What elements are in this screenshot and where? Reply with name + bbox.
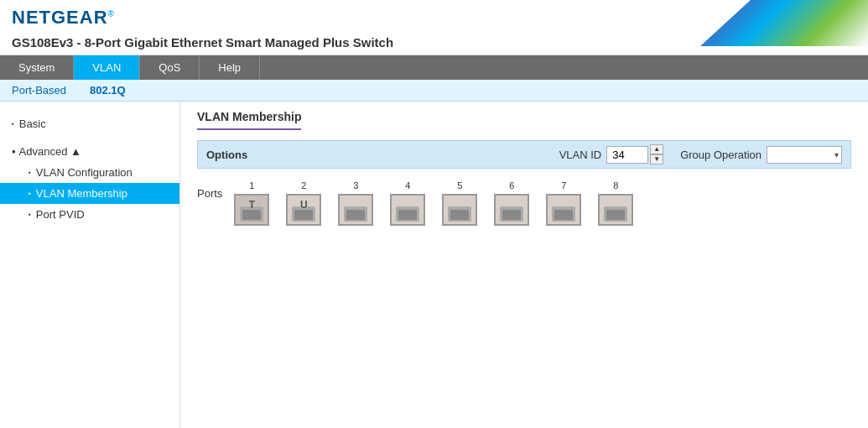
port-6-item: 6: [494, 180, 529, 226]
sub-nav-802-1q[interactable]: 802.1Q: [78, 80, 138, 101]
port-4-item: 4: [390, 180, 425, 226]
sidebar-label-vlan-config: VLAN Configuration: [36, 166, 133, 179]
vlan-id-group: VLAN ID ▲ ▼: [559, 144, 664, 164]
port-2-icon[interactable]: U: [286, 194, 321, 226]
port-4-icon[interactable]: [390, 194, 425, 226]
sidebar-label-advanced: Advanced ▲: [19, 145, 81, 158]
sub-nav: Port-Based 802.1Q: [0, 80, 868, 102]
port-8-item: 8: [598, 180, 633, 226]
tab-system[interactable]: System: [0, 55, 74, 80]
main-layout: ▪ Basic ▪ Advanced ▲ ▪ VLAN Configuratio…: [0, 102, 868, 428]
logo-registered: ®: [108, 9, 115, 18]
port-5-item: 5: [442, 180, 477, 226]
vlan-id-field[interactable]: [606, 146, 648, 164]
bullet-advanced: ▪: [12, 145, 16, 158]
sidebar-item-advanced[interactable]: ▪ Advanced ▲: [0, 141, 179, 162]
sub-nav-port-based[interactable]: Port-Based: [0, 80, 78, 101]
sidebar: ▪ Basic ▪ Advanced ▲ ▪ VLAN Configuratio…: [0, 102, 180, 428]
bullet-vlan-config: ▪: [29, 169, 31, 176]
nav-tabs: System VLAN QoS Help: [0, 55, 868, 80]
vlan-id-spinner: ▲ ▼: [650, 144, 663, 164]
sidebar-label-port-pvid: Port PVID: [36, 208, 85, 221]
options-bar: Options VLAN ID ▲ ▼ Group Operation: [197, 140, 851, 169]
sidebar-section-basic: ▪ Basic: [0, 110, 179, 138]
logo: NETGEAR®: [12, 7, 115, 29]
bullet-vlan-membership: ▪: [29, 190, 31, 197]
port-2-label: U: [288, 199, 320, 211]
port-6-icon[interactable]: [494, 194, 529, 226]
port-4-number: 4: [405, 180, 410, 191]
tab-vlan[interactable]: VLAN: [74, 55, 140, 80]
port-3-item: 3: [338, 180, 373, 226]
port-7-item: 7: [546, 180, 581, 226]
vlan-id-up[interactable]: ▲: [650, 144, 663, 154]
port-5-number: 5: [457, 180, 462, 191]
options-label: Options: [206, 149, 247, 161]
tab-help[interactable]: Help: [200, 55, 260, 80]
sidebar-label-vlan-membership: VLAN Membership: [36, 187, 127, 200]
port-8-icon[interactable]: [598, 194, 633, 226]
port-1-label: T: [236, 199, 268, 211]
content-area: VLAN Membership Options VLAN ID ▲ ▼ Grou…: [180, 102, 868, 428]
section-title: VLAN Membership: [197, 110, 301, 130]
port-7-number: 7: [561, 180, 566, 191]
bullet-port-pvid: ▪: [29, 211, 31, 218]
ports-label: Ports: [197, 187, 222, 200]
port-8-number: 8: [613, 180, 618, 191]
port-7-icon[interactable]: [546, 194, 581, 226]
port-3-icon[interactable]: [338, 194, 373, 226]
bullet-basic: ▪: [12, 120, 14, 128]
sidebar-item-basic[interactable]: ▪ Basic: [0, 113, 179, 134]
port-1-icon[interactable]: T: [234, 194, 269, 226]
group-op-select[interactable]: Tag All Untag All Remove All: [767, 146, 842, 164]
group-operation-group: Group Operation Tag All Untag All Remove…: [680, 146, 842, 164]
sidebar-item-port-pvid[interactable]: ▪ Port PVID: [0, 204, 179, 225]
sidebar-item-vlan-membership[interactable]: ▪ VLAN Membership: [0, 183, 179, 204]
ports-row: Ports 1 T 2 U 3: [197, 180, 851, 226]
port-1-number: 1: [249, 180, 254, 191]
sidebar-section-advanced: ▪ Advanced ▲ ▪ VLAN Configuration ▪ VLAN…: [0, 138, 179, 228]
port-3-number: 3: [353, 180, 358, 191]
group-op-label: Group Operation: [680, 149, 761, 161]
vlan-id-down[interactable]: ▼: [650, 154, 663, 164]
sidebar-item-vlan-config[interactable]: ▪ VLAN Configuration: [0, 162, 179, 183]
vlan-id-input-group: ▲ ▼: [606, 144, 663, 164]
port-2-item: 2 U: [286, 180, 321, 226]
port-1-item: 1 T: [234, 180, 269, 226]
sidebar-label-basic: Basic: [19, 117, 46, 130]
port-5-icon[interactable]: [442, 194, 477, 226]
port-6-number: 6: [509, 180, 514, 191]
vlan-id-label: VLAN ID: [559, 149, 602, 161]
tab-qos[interactable]: QoS: [140, 55, 200, 80]
group-op-select-wrap: Tag All Untag All Remove All: [767, 146, 842, 164]
port-2-number: 2: [301, 180, 306, 191]
